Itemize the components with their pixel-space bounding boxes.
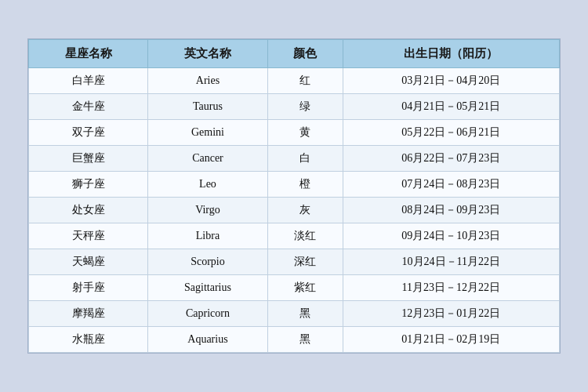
header-chinese-name: 星座名称	[29, 40, 148, 68]
cell-row3-col0: 巨蟹座	[29, 146, 148, 172]
cell-row10-col2: 黑	[267, 327, 343, 353]
cell-row10-col1: Aquarius	[148, 327, 267, 353]
table-row: 天蝎座Scorpio深红10月24日－11月22日	[29, 249, 560, 275]
cell-row3-col1: Cancer	[148, 146, 267, 172]
cell-row8-col2: 紫红	[267, 275, 343, 301]
table-header-row: 星座名称 英文名称 颜色 出生日期（阳历）	[29, 40, 560, 68]
table-row: 白羊座Aries红03月21日－04月20日	[29, 68, 560, 94]
cell-row2-col2: 黄	[267, 120, 343, 146]
cell-row8-col3: 11月23日－12月22日	[343, 275, 559, 301]
table-row: 射手座Sagittarius紫红11月23日－12月22日	[29, 275, 560, 301]
cell-row5-col2: 灰	[267, 198, 343, 223]
cell-row2-col1: Gemini	[148, 120, 267, 146]
cell-row7-col3: 10月24日－11月22日	[343, 249, 559, 275]
cell-row0-col1: Aries	[148, 68, 267, 94]
cell-row5-col1: Virgo	[148, 198, 267, 223]
header-english-name: 英文名称	[148, 40, 267, 68]
cell-row6-col2: 淡红	[267, 223, 343, 249]
table-row: 金牛座Taurus绿04月21日－05月21日	[29, 94, 560, 120]
table-row: 天秤座Libra淡红09月24日－10月23日	[29, 223, 560, 249]
cell-row1-col1: Taurus	[148, 94, 267, 120]
cell-row9-col0: 摩羯座	[29, 301, 148, 327]
cell-row0-col3: 03月21日－04月20日	[343, 68, 559, 94]
cell-row6-col3: 09月24日－10月23日	[343, 223, 559, 249]
table-row: 摩羯座Capricorn黑12月23日－01月22日	[29, 301, 560, 327]
zodiac-table-container: 星座名称 英文名称 颜色 出生日期（阳历） 白羊座Aries红03月21日－04…	[27, 38, 561, 354]
cell-row4-col0: 狮子座	[29, 172, 148, 198]
table-row: 狮子座Leo橙07月24日－08月23日	[29, 172, 560, 198]
cell-row3-col2: 白	[267, 146, 343, 172]
cell-row10-col0: 水瓶座	[29, 327, 148, 353]
cell-row1-col3: 04月21日－05月21日	[343, 94, 559, 120]
cell-row9-col1: Capricorn	[148, 301, 267, 327]
cell-row7-col1: Scorpio	[148, 249, 267, 275]
cell-row5-col3: 08月24日－09月23日	[343, 198, 559, 223]
table-row: 水瓶座Aquarius黑01月21日－02月19日	[29, 327, 560, 353]
cell-row8-col1: Sagittarius	[148, 275, 267, 301]
cell-row9-col3: 12月23日－01月22日	[343, 301, 559, 327]
cell-row8-col0: 射手座	[29, 275, 148, 301]
cell-row0-col0: 白羊座	[29, 68, 148, 94]
cell-row7-col2: 深红	[267, 249, 343, 275]
zodiac-table: 星座名称 英文名称 颜色 出生日期（阳历） 白羊座Aries红03月21日－04…	[28, 39, 560, 353]
cell-row7-col0: 天蝎座	[29, 249, 148, 275]
cell-row3-col3: 06月22日－07月23日	[343, 146, 559, 172]
cell-row4-col3: 07月24日－08月23日	[343, 172, 559, 198]
cell-row4-col1: Leo	[148, 172, 267, 198]
table-row: 处女座Virgo灰08月24日－09月23日	[29, 198, 560, 223]
cell-row5-col0: 处女座	[29, 198, 148, 223]
table-row: 巨蟹座Cancer白06月22日－07月23日	[29, 146, 560, 172]
cell-row6-col1: Libra	[148, 223, 267, 249]
cell-row10-col3: 01月21日－02月19日	[343, 327, 559, 353]
header-color: 颜色	[267, 40, 343, 68]
table-row: 双子座Gemini黄05月22日－06月21日	[29, 120, 560, 146]
cell-row0-col2: 红	[267, 68, 343, 94]
cell-row2-col3: 05月22日－06月21日	[343, 120, 559, 146]
cell-row2-col0: 双子座	[29, 120, 148, 146]
cell-row1-col2: 绿	[267, 94, 343, 120]
header-birthdate: 出生日期（阳历）	[343, 40, 559, 68]
cell-row9-col2: 黑	[267, 301, 343, 327]
cell-row1-col0: 金牛座	[29, 94, 148, 120]
cell-row4-col2: 橙	[267, 172, 343, 198]
cell-row6-col0: 天秤座	[29, 223, 148, 249]
table-body: 白羊座Aries红03月21日－04月20日金牛座Taurus绿04月21日－0…	[29, 68, 560, 353]
